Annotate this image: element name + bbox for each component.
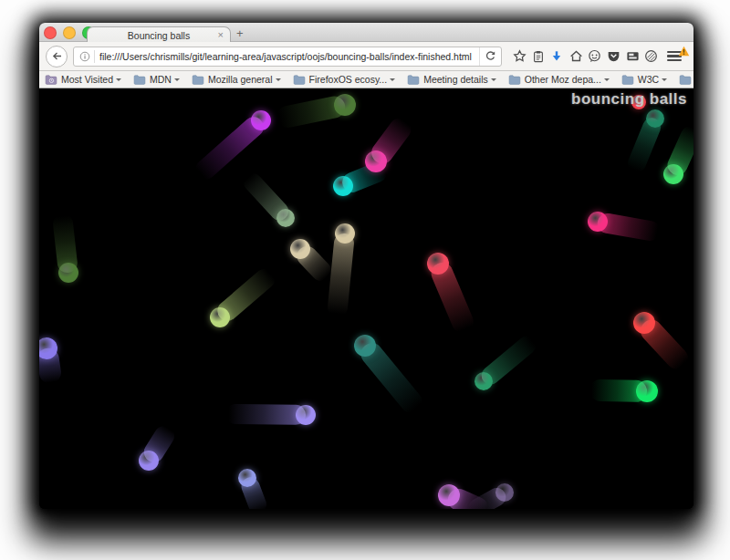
bookmark-label: FirefoxOS ecosy... (309, 74, 388, 85)
menu-button[interactable] (667, 48, 687, 65)
tab-title: Bouncing balls (128, 30, 190, 41)
ball-forest-green (58, 263, 78, 283)
youtube-share-icon[interactable] (624, 48, 641, 65)
ball-dark-green (334, 94, 356, 116)
ball-teal-small (646, 109, 664, 128)
url-text: file:///Users/chrismills/git/learning-ar… (99, 51, 479, 62)
ball-spring-green (636, 380, 658, 402)
bookmark-item-mozilla-general[interactable]: Mozilla general (192, 74, 281, 85)
ball-tan-column-trail (327, 233, 355, 318)
page-viewport: bouncing balls (39, 88, 694, 509)
folder-icon (407, 75, 420, 85)
ball-violet-horizontal-trail (225, 404, 306, 425)
ball-magenta (365, 150, 387, 172)
browser-window: Bouncing balls × + file:///Users/chrismi… (39, 23, 694, 509)
ball-green (663, 164, 683, 184)
site-info-icon[interactable] (74, 51, 94, 62)
ball-orchid (438, 484, 460, 506)
bookmark-item-meeting-details[interactable]: Meeting details (407, 74, 496, 85)
bouncing-balls-canvas (39, 88, 694, 509)
download-icon[interactable] (548, 48, 565, 65)
folder-icon (679, 75, 692, 85)
chevron-down-icon (276, 78, 281, 81)
titlebar: Bouncing balls × + (39, 23, 694, 42)
ball-violet (139, 451, 159, 471)
ball-soft-seagreen (276, 209, 295, 227)
reload-button[interactable] (479, 47, 501, 66)
ball-purple (251, 110, 271, 130)
ball-crimson (427, 253, 449, 275)
bookmark-label: Other Moz depa... (525, 74, 601, 85)
bookmark-item-w3c[interactable]: W3C (621, 74, 667, 85)
ball-deep-pink (588, 212, 608, 232)
page-title: bouncing balls (571, 90, 687, 109)
folder-icon (621, 75, 634, 85)
ball-teal (354, 335, 376, 357)
folder-icon (508, 75, 521, 85)
bookmark-star-icon[interactable] (511, 48, 527, 65)
folder-icon (293, 75, 306, 85)
folder-icon (192, 75, 204, 85)
smart-folder-icon (45, 75, 57, 85)
bookmark-item-games[interactable]: Games (679, 74, 694, 85)
url-bar[interactable]: file:///Users/chrismills/git/learning-ar… (73, 47, 502, 67)
pocket-icon[interactable] (606, 48, 622, 65)
ball-yellow-green (210, 307, 230, 327)
toolbar-icons (502, 48, 663, 65)
ball-cyan (333, 176, 353, 196)
warning-badge-icon (678, 44, 690, 60)
bookmark-item-firefoxos-ecosy[interactable]: FirefoxOS ecosy... (293, 74, 396, 85)
bookmarks-toolbar: Most VisitedMDNMozilla generalFirefoxOS … (39, 71, 694, 88)
bookmark-label: Meeting details (423, 74, 488, 85)
ball-periwinkle (238, 469, 256, 487)
window-minimize-button[interactable] (63, 26, 76, 39)
reload-icon (485, 50, 496, 62)
chevron-down-icon (116, 78, 121, 81)
navigation-toolbar: file:///Users/chrismills/git/learning-ar… (39, 42, 694, 71)
bookmark-item-other-moz-depa[interactable]: Other Moz depa... (508, 74, 610, 85)
ball-tan-column (335, 223, 355, 244)
tab-close-icon[interactable]: × (218, 28, 224, 42)
folder-icon (133, 75, 146, 85)
chevron-down-icon (662, 78, 667, 81)
scribble-circle-icon[interactable] (643, 48, 660, 65)
clipboard-icon[interactable] (530, 48, 547, 65)
ball-red (633, 312, 655, 334)
bookmark-label: MDN (150, 74, 172, 85)
bookmark-label: Mozilla general (208, 74, 273, 85)
bookmark-item-mdn[interactable]: MDN (133, 74, 180, 85)
bookmark-items: Most VisitedMDNMozilla generalFirefoxOS … (45, 74, 694, 85)
new-tab-button[interactable]: + (236, 27, 244, 40)
window-close-button[interactable] (44, 26, 57, 39)
back-button[interactable] (46, 46, 68, 67)
bookmark-item-most-visited[interactable]: Most Visited (45, 74, 121, 85)
chevron-down-icon (174, 78, 180, 81)
url-divider (94, 50, 95, 63)
ball-violet-horizontal (296, 405, 316, 425)
ball-tan-small (290, 239, 310, 259)
tab-bouncing-balls[interactable]: Bouncing balls × (87, 26, 231, 43)
home-icon[interactable] (568, 48, 584, 65)
chevron-down-icon (604, 78, 610, 81)
desktop-background: Bouncing balls × + file:///Users/chrismi… (0, 0, 730, 560)
bookmark-label: W3C (638, 74, 659, 85)
chevron-down-icon (491, 78, 496, 81)
ball-seagreen (474, 372, 493, 390)
ball-orchid-ghost (495, 483, 514, 502)
bookmark-label: Most Visited (61, 74, 113, 85)
chevron-down-icon (390, 78, 395, 81)
back-arrow-icon (51, 50, 63, 62)
chat-bubble-icon[interactable] (587, 48, 603, 65)
